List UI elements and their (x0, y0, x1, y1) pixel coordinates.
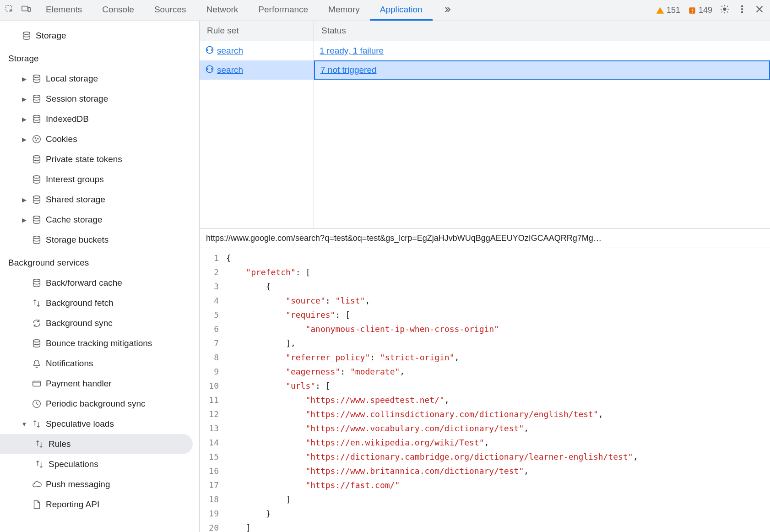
svg-rect-25 (33, 381, 41, 386)
devtools-tab-network[interactable]: Network (196, 0, 249, 21)
line-number: 18 (200, 492, 219, 506)
line-number: 20 (200, 521, 219, 532)
code-line: "referrer_policy": "strict-origin", (226, 350, 638, 364)
sidebar-item-shared-storage[interactable]: ▶Shared storage (0, 190, 199, 210)
sidebar-item-speculations[interactable]: Speculations (0, 454, 199, 474)
updown-arrows-icon (31, 418, 42, 429)
device-toolbar-icon[interactable] (21, 4, 31, 16)
svg-rect-4 (692, 8, 693, 11)
more-tabs-button[interactable] (433, 0, 462, 21)
ruleset-row[interactable]: search (200, 60, 314, 80)
devtools-tab-performance[interactable]: Performance (248, 0, 318, 21)
sidebar-item-cache-storage[interactable]: ▶Cache storage (0, 210, 199, 230)
line-number-gutter: 123456789101112131415161718192021 (200, 251, 226, 532)
inspect-element-icon[interactable] (5, 4, 15, 16)
svg-point-13 (33, 115, 40, 118)
sidebar-item-speculative-loads[interactable]: ▼ Speculative loads (0, 414, 199, 434)
code-line: "anonymous-client-ip-when-cross-origin" (226, 322, 638, 336)
caret-down-icon: ▼ (21, 421, 27, 428)
caret-right-icon: ▶ (21, 196, 27, 203)
sidebar-item-storage-root[interactable]: Storage (0, 26, 199, 46)
application-sidebar: Storage Storage ▶Local storage▶Session s… (0, 21, 200, 532)
ruleset-status-link[interactable]: 1 ready, 1 failure (320, 46, 384, 56)
close-devtools-icon[interactable] (754, 4, 765, 16)
sidebar-item-cookies[interactable]: ▶Cookies (0, 129, 199, 149)
sidebar-item-notifications[interactable]: ▶Notifications (0, 353, 199, 374)
code-line: "https://dictionary.cambridge.org/dictio… (226, 450, 638, 464)
sidebar-item-bounce-tracking-mitigations[interactable]: ▶Bounce tracking mitigations (0, 333, 199, 353)
db-icon (31, 277, 42, 288)
sidebar-label: Storage (36, 31, 66, 41)
line-number: 15 (200, 450, 219, 464)
sidebar-label: Speculative loads (46, 419, 114, 429)
line-number: 19 (200, 506, 219, 521)
svg-point-10 (23, 32, 30, 35)
sidebar-item-background-sync[interactable]: ▶Background sync (0, 313, 199, 333)
issues-number: 149 (699, 5, 712, 15)
warnings-number: 151 (667, 5, 680, 15)
warnings-count[interactable]: 151 (656, 5, 680, 15)
line-number: 9 (200, 364, 219, 379)
line-number: 2 (200, 265, 219, 279)
db-icon (31, 194, 42, 205)
sidebar-item-back/forward-cache[interactable]: ▶Back/forward cache (0, 273, 199, 293)
code-line: ] (226, 492, 638, 506)
sidebar-label: Bounce tracking mitigations (46, 338, 152, 348)
ruleset-row[interactable]: search (200, 41, 314, 60)
card-icon (31, 378, 42, 389)
line-number: 3 (200, 279, 219, 293)
devtools-tab-elements[interactable]: Elements (36, 0, 92, 21)
code-line: "prefetch": [ (226, 265, 638, 279)
sidebar-item-session-storage[interactable]: ▶Session storage (0, 89, 199, 109)
devtools-tab-memory[interactable]: Memory (318, 0, 370, 21)
code-line: "https://www.britannica.com/dictionary/t… (226, 464, 638, 478)
line-number: 16 (200, 464, 219, 478)
db-icon (31, 338, 42, 349)
db-icon (31, 214, 42, 225)
settings-gear-icon[interactable] (720, 4, 730, 16)
ruleset-status-row[interactable]: 1 ready, 1 failure (314, 41, 770, 60)
ruleset-status-link[interactable]: 7 not triggered (320, 65, 377, 75)
header-ruleset: Rule set (200, 21, 314, 41)
devtools-tab-sources[interactable]: Sources (144, 0, 196, 21)
updown-arrows-icon (34, 459, 45, 470)
sidebar-label: Speculations (49, 459, 98, 469)
sidebar-label: Payment handler (46, 379, 112, 389)
ruleset-name-link[interactable]: search (217, 65, 243, 75)
json-source-viewer[interactable]: 123456789101112131415161718192021 { "pre… (200, 248, 770, 532)
sidebar-item-interest-groups[interactable]: ▶Interest groups (0, 169, 199, 190)
header-status: Status (314, 21, 770, 41)
sidebar-label: Storage buckets (46, 235, 108, 245)
sidebar-item-reporting-api[interactable]: ▶ Reporting API (0, 494, 199, 515)
code-line: { (226, 251, 638, 265)
caret-right-icon: ▶ (21, 217, 27, 223)
sidebar-item-private-state-tokens[interactable]: ▶Private state tokens (0, 149, 199, 169)
sidebar-item-payment-handler[interactable]: ▶Payment handler (0, 374, 199, 394)
ruleset-table-header: Rule set Status (200, 21, 770, 41)
caret-right-icon: ▶ (21, 76, 27, 82)
svg-point-15 (35, 137, 36, 138)
svg-point-23 (33, 279, 40, 282)
sidebar-item-local-storage[interactable]: ▶Local storage (0, 69, 199, 89)
sidebar-item-push-messaging[interactable]: ▶ Push messaging (0, 474, 199, 494)
sidebar-item-periodic-background-sync[interactable]: ▶Periodic background sync (0, 394, 199, 414)
updown-arrows-icon (34, 439, 45, 450)
svg-rect-2 (28, 7, 31, 11)
kebab-menu-icon[interactable] (737, 4, 747, 16)
speculation-url-bar[interactable]: https://www.google.com/search?q=test&oq=… (200, 229, 770, 248)
issues-count[interactable]: 149 (688, 5, 712, 15)
devtools-tab-application[interactable]: Application (370, 0, 433, 21)
sidebar-item-indexeddb[interactable]: ▶IndexedDB (0, 109, 199, 129)
svg-rect-5 (692, 12, 693, 13)
devtools-tab-console[interactable]: Console (92, 0, 144, 21)
line-number: 7 (200, 336, 219, 350)
ruleset-name-link[interactable]: search (217, 46, 243, 56)
clock-icon (31, 398, 42, 409)
ruleset-status-row[interactable]: 7 not triggered (314, 60, 770, 80)
sidebar-item-background-fetch[interactable]: ▶Background fetch (0, 293, 199, 313)
document-icon (31, 499, 42, 510)
sidebar-item-storage-buckets[interactable]: ▶Storage buckets (0, 230, 199, 250)
issue-square-icon (688, 6, 697, 15)
code-line: "eagerness": "moderate", (226, 364, 638, 379)
sidebar-item-rules[interactable]: Rules (0, 434, 193, 454)
